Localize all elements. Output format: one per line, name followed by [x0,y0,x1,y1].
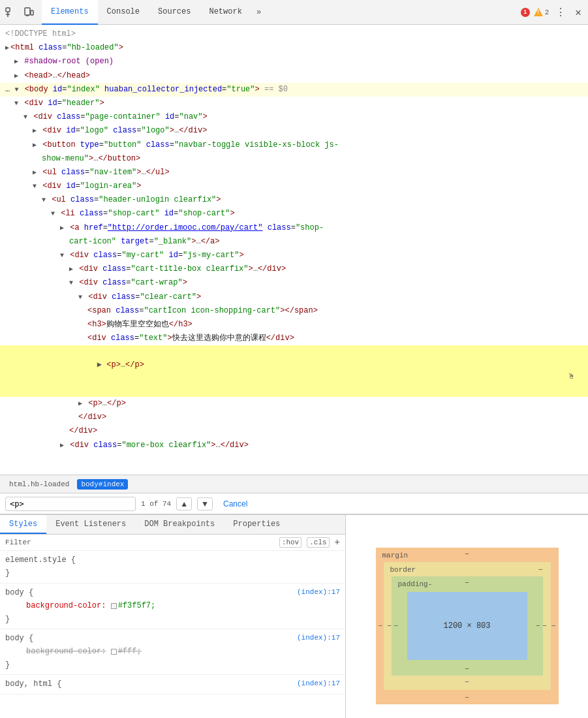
style-source-3[interactable]: (index):17 [297,678,340,690]
dom-line[interactable]: ▼ <div class="clear-cart"> [0,290,588,304]
devtools-topbar: Elements Console Sources Network » 1 2 ⋮… [0,0,588,25]
dom-line[interactable]: ▶ <button type="button" class="navbar-to… [0,138,588,152]
tab-styles[interactable]: Styles [0,515,46,534]
dom-line: <h3>购物车里空空如也</h3> [0,318,588,332]
dom-line: <!DOCTYPE html> [0,27,588,41]
inspect-icon[interactable] [4,6,17,19]
expand-icon: ▶ [78,400,82,407]
error-icon: 1 [521,8,530,17]
topbar-right: 1 2 ⋮ ✕ [521,3,584,22]
dom-line[interactable]: ▼ <div class="cart-wrap"> [0,276,588,290]
tab-sources[interactable]: Sources [149,0,200,25]
styles-panel: Styles Event Listeners DOM Breakpoints P… [0,515,346,718]
expand-icon: ▼ [42,196,46,204]
style-rule-element: element.style { } [0,551,345,584]
breadcrumb-body[interactable]: body#index [77,479,128,490]
dom-line[interactable]: ▼ <div id="login-area"> [0,180,588,193]
expand-icon: ▼ [69,279,73,287]
style-source-2[interactable]: (index):17 [297,632,340,644]
more-options-button[interactable]: ⋮ [553,3,568,22]
tab-event-listeners[interactable]: Event Listeners [46,515,135,534]
dom-line[interactable]: ▶ <head>…</head> [0,69,588,83]
style-rule-body-html: body, html { (index):17 [0,675,345,694]
dom-line[interactable]: ▶ <p>…</p> 🖱 [0,345,588,397]
search-cancel-button[interactable]: Cancel [218,498,253,510]
panel-tabs: Styles Event Listeners DOM Breakpoints P… [0,515,345,535]
bottom-panel: Styles Event Listeners DOM Breakpoints P… [0,514,588,718]
expand-icon: ▶ [33,142,37,149]
expand-icon: ▼ [14,100,18,107]
search-input[interactable] [5,497,136,511]
box-model-panel: margin − − − − border − − − − padding- −… [346,515,588,718]
dom-line[interactable]: ▼ <li class="shop-cart" id="shop-cart"> [0,207,588,221]
style-source[interactable]: (index):17 [297,586,340,599]
tab-network[interactable]: Network [200,0,251,25]
expand-icon: ▼ [51,210,55,217]
warn-badge: 2 [534,8,549,16]
svg-rect-0 [6,8,10,12]
style-rule-body-1: body { (index):17 background-color: #f3f… [0,584,345,629]
tab-console[interactable]: Console [98,0,149,25]
expand-icon: ▶ [5,44,9,52]
styles-filter-row: Filter :hov .cls + [0,535,345,551]
expand-icon: ▶ [69,266,73,273]
close-button[interactable]: ✕ [572,3,584,22]
dom-line[interactable]: … ▼ <body id="index" huaban_collector_in… [0,83,588,97]
dom-line[interactable]: ▶ #shadow-root (open) [0,55,588,69]
expand-icon: ▶ [14,58,18,65]
add-style-button[interactable]: + [335,537,340,548]
dom-line[interactable]: show-menu">…</button> [0,152,588,166]
color-swatch[interactable] [111,603,117,609]
tab-bar: Elements Console Sources Network » [42,0,521,25]
dom-line[interactable]: ▶ <ul class="nav-item">…</ul> [0,166,588,180]
margin-top-value: − [465,550,469,558]
dom-line[interactable]: cart-icon" target="_blank">…</a> [0,235,588,249]
dom-line[interactable]: ▶ <a href="http://order.imooc.com/pay/ca… [0,221,588,235]
tab-dom-breakpoints[interactable]: DOM Breakpoints [135,515,224,534]
tab-properties[interactable]: Properties [224,515,289,534]
dom-line[interactable]: ▶ <div id="logo" class="logo">…</div> [0,124,588,138]
expand-icon: ▶ [60,225,64,232]
color-swatch-2[interactable] [111,649,117,655]
dom-line: </div> [0,411,588,424]
hov-button[interactable]: :hov [279,537,302,548]
dom-line: <span class="cartIcon icon-shopping-cart… [0,304,588,318]
dom-tree-panel[interactable]: <!DOCTYPE html> ▶<html class="hb-loaded"… [0,25,588,475]
search-bar: 1 of 74 ▲ ▼ Cancel [0,493,588,514]
box-model-container: margin − − − − border − − − − padding- −… [376,548,559,704]
dom-line[interactable]: ▼ <ul class="header-unlogin clearfix"> [0,193,588,207]
dom-line: <div class="text">快去这里选购你中意的课程</div> [0,332,588,345]
dom-line[interactable]: ▶<html class="hb-loaded"> [0,41,588,55]
dom-line[interactable]: ▼ <div class="page-container" id="nav"> [0,110,588,124]
margin-right-value: − [551,622,556,630]
dom-line[interactable]: ▼ <div class="my-cart" id="js-my-cart"> [0,249,588,262]
dom-line[interactable]: ▶ <p>…</p> [0,397,588,411]
dom-line: </div> [0,424,588,438]
dom-line[interactable]: ▶ <div class="cart-title-box clearfix">…… [0,262,588,276]
breadcrumb-html[interactable]: html.hb-loaded [5,479,73,490]
device-icon[interactable] [22,6,35,19]
more-tabs-button[interactable]: » [251,0,266,25]
expand-icon: ▼ [33,183,37,190]
search-count: 1 of 74 [141,500,171,508]
filter-label: Filter [5,538,31,546]
dom-line[interactable]: ▶ <div class="more-box clearfix">…</div> [0,439,588,452]
expand-icon: ▼ [78,294,82,301]
svg-rect-4 [31,10,33,15]
search-prev-button[interactable]: ▲ [176,497,192,510]
dom-line[interactable]: ▼ <div id="header"> [0,97,588,110]
style-rule-body-2: body { (index):17 background-color: #fff… [0,629,345,675]
tab-elements[interactable]: Elements [42,0,98,25]
warn-icon [534,8,543,16]
margin-bottom-value: − [465,694,469,702]
expand-icon: ▶ [33,169,37,176]
expand-icon: ▼ [60,252,64,259]
expand-icon: ▶ [14,72,18,80]
error-badge: 1 [521,8,530,17]
search-next-button[interactable]: ▼ [197,497,213,510]
expand-icon: ▶ [33,127,37,134]
margin-left-value: − [379,622,383,630]
expand-icon: ▶ [60,442,64,449]
box-content: 1200 × 803 [407,592,527,660]
cls-button[interactable]: .cls [307,537,329,548]
